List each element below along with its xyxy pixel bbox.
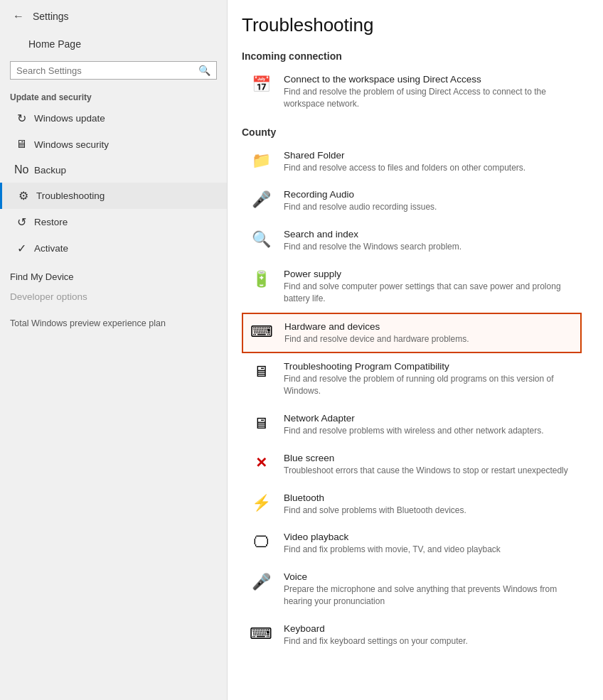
troubleshoot-item-direct-access[interactable]: 📅 Connect to the workspace using Direct … [242,66,582,118]
power-supply-desc: Find and solve computer power settings t… [284,281,575,305]
recording-audio-desc: Find and resolve audio recording issues. [284,201,437,213]
troubleshoot-item-shared-folder[interactable]: 📁 Shared Folder Find and resolve access … [242,142,582,182]
blue-screen-title: Blue screen [284,453,568,463]
network-adapter-title: Network Adapter [284,413,544,424]
troubleshoot-item-voice[interactable]: 🎤 Voice Prepare the microphone and solve… [242,564,582,615]
program-compat-title: Troubleshooting Program Compatibility [284,361,575,372]
sidebar-item-windows-update[interactable]: ↻ Windows update [0,105,227,131]
sidebar: ← Settings Home Page 🔍 Update and securi… [0,0,228,700]
blue-screen-desc: Troubleshoot errors that cause the Windo… [284,465,568,477]
keyboard-icon: ⌨ [248,625,274,643]
troubleshoot-item-power-supply[interactable]: 🔋 Power supply Find and solve computer p… [242,261,582,313]
troubleshoot-item-bluetooth[interactable]: ⚡ Bluetooth Find and solve problems with… [242,485,582,524]
total-windows-label: Total Windows preview experience plan [0,308,227,338]
keyboard-title: Keyboard [284,623,468,634]
troubleshoot-item-keyboard[interactable]: ⌨ Keyboard Find and fix keyboard setting… [242,615,582,655]
direct-access-icon: 📅 [248,75,274,94]
troubleshoot-item-network-adapter[interactable]: 🖥 Network Adapter Find and resolve probl… [242,405,582,445]
search-input[interactable] [16,65,198,76]
troubleshoot-item-hardware-devices[interactable]: ⌨ Hardware and devices Find and resolve … [242,313,582,354]
section-label: Update and security [0,85,227,105]
video-playback-title: Video playback [284,532,501,542]
restore-icon: ↺ [14,215,28,229]
hardware-devices-desc: Find and resolve device and hardware pro… [284,333,469,345]
main-content: Troubleshooting Incoming connection 📅 Co… [228,0,603,700]
power-supply-title: Power supply [284,269,575,279]
voice-icon: 🎤 [248,573,274,591]
search-index-title: Search and index [284,229,461,239]
recording-audio-title: Recording Audio [284,189,437,200]
recording-audio-icon: 🎤 [248,190,274,209]
blue-screen-icon: ✕ [248,454,274,471]
search-index-icon: 🔍 [248,230,274,249]
shared-folder-desc: Find and resolve access to files and fol… [284,162,525,174]
sidebar-item-restore[interactable]: ↺ Restore [0,209,227,235]
sidebar-item-developer-options[interactable]: Developer options [0,285,227,308]
home-page-link[interactable]: Home Page [0,33,227,55]
backup-icon: No [14,163,28,176]
find-my-device-label: Find My Device [0,262,227,285]
bluetooth-title: Bluetooth [284,492,466,503]
troubleshoot-item-program-compat[interactable]: 🖥 Troubleshooting Program Compatibility … [242,353,582,405]
video-playback-desc: Find and fix problems with movie, TV, an… [284,544,501,556]
shared-folder-icon: 📁 [248,151,274,170]
search-button[interactable]: 🔍 [198,65,210,76]
bluetooth-desc: Find and solve problems with Bluetooth d… [284,505,466,517]
sidebar-header: ← Settings [0,0,227,33]
shared-folder-title: Shared Folder [284,150,525,161]
program-compat-desc: Find and resolve the problem of running … [284,373,575,397]
program-compat-icon: 🖥 [248,362,274,381]
activate-icon: ✓ [14,242,28,255]
back-button[interactable]: ← [10,7,27,26]
direct-access-title: Connect to the workspace using Direct Ac… [284,74,575,85]
troubleshoot-item-search-index[interactable]: 🔍 Search and index Find and resolve the … [242,221,582,261]
sidebar-item-label-activate: Activate [34,243,68,254]
section-heading-incoming: Incoming connection [242,50,582,62]
sidebar-item-label-restore: Restore [34,217,68,227]
sidebar-item-label-windows-update: Windows update [34,113,105,124]
network-adapter-icon: 🖥 [248,414,274,433]
direct-access-desc: Find and resolve the problem of using Di… [284,86,575,110]
sidebar-item-label-troubleshooting: Troubleshooting [36,190,105,201]
power-supply-icon: 🔋 [248,270,274,289]
troubleshoot-item-blue-screen[interactable]: ✕ Blue screen Troubleshoot errors that c… [242,445,582,485]
sidebar-item-label-windows-security: Windows security [34,139,109,150]
sidebar-item-activate[interactable]: ✓ Activate [0,235,227,262]
sidebar-item-label-backup: Backup [34,165,66,176]
troubleshoot-item-recording-audio[interactable]: 🎤 Recording Audio Find and resolve audio… [242,181,582,221]
sidebar-item-troubleshooting[interactable]: ⚙ Troubleshooting [0,183,227,209]
settings-title: Settings [33,11,69,22]
windows-update-icon: ↻ [14,112,28,125]
troubleshoot-item-video-playback[interactable]: 🖵 Video playback Find and fix problems w… [242,524,582,564]
hardware-devices-title: Hardware and devices [284,321,469,332]
sidebar-item-backup[interactable]: No Backup [0,157,227,183]
hardware-devices-icon: ⌨ [249,323,274,341]
network-adapter-desc: Find and resolve problems with wireless … [284,425,544,437]
sidebar-item-windows-security[interactable]: 🖥 Windows security [0,131,227,157]
search-box: 🔍 [10,61,217,80]
page-title: Troubleshooting [242,14,582,36]
voice-desc: Prepare the microphone and solve anythin… [284,583,575,608]
voice-title: Voice [284,571,575,582]
windows-security-icon: 🖥 [14,138,28,151]
troubleshooting-icon: ⚙ [16,189,31,203]
bluetooth-icon: ⚡ [248,494,274,512]
search-index-desc: Find and resolve the Windows search prob… [284,241,461,253]
video-playback-icon: 🖵 [248,533,274,551]
section-heading-county: County [242,126,582,138]
keyboard-desc: Find and fix keyboard settings on your c… [284,635,468,647]
